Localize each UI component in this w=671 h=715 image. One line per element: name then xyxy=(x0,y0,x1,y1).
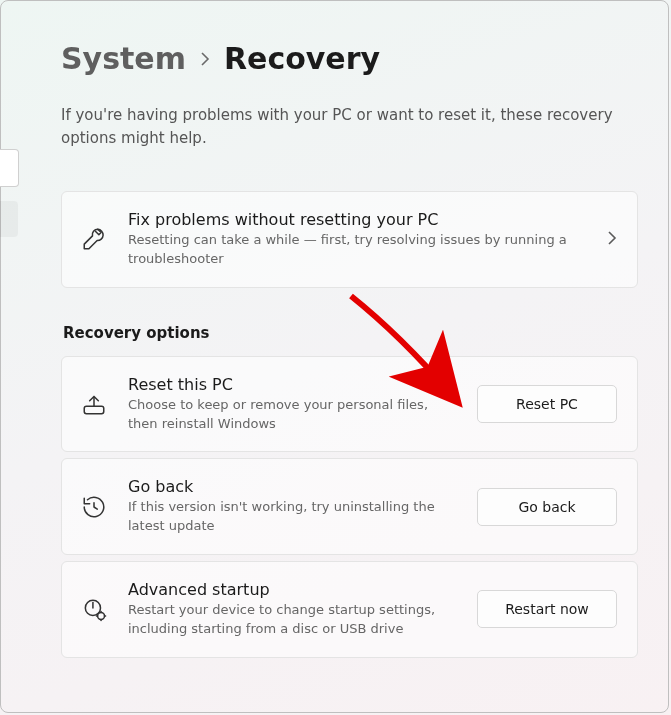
advanced-startup-desc: Restart your device to change startup se… xyxy=(128,601,457,639)
go-back-desc: If this version isn't working, try unins… xyxy=(128,498,457,536)
reset-pc-card: Reset this PC Choose to keep or remove y… xyxy=(61,356,638,453)
go-back-button[interactable]: Go back xyxy=(477,488,617,526)
history-icon xyxy=(80,494,108,520)
fix-problems-desc: Resetting can take a while — first, try … xyxy=(128,231,587,269)
breadcrumb: System Recovery xyxy=(61,41,638,76)
reset-pc-desc: Choose to keep or remove your personal f… xyxy=(128,396,457,434)
recovery-options-heading: Recovery options xyxy=(63,324,638,342)
settings-recovery-page: System Recovery If you're having problem… xyxy=(0,0,669,713)
advanced-startup-card: Advanced startup Restart your device to … xyxy=(61,561,638,658)
fix-problems-card[interactable]: Fix problems without resetting your PC R… xyxy=(61,191,638,288)
edge-stub xyxy=(0,201,18,237)
svg-rect-0 xyxy=(84,406,104,414)
fix-problems-title: Fix problems without resetting your PC xyxy=(128,210,587,229)
svg-point-2 xyxy=(98,613,105,620)
reset-pc-icon xyxy=(80,391,108,417)
intro-text: If you're having problems with your PC o… xyxy=(61,104,621,149)
chevron-right-icon xyxy=(607,230,617,249)
power-gear-icon xyxy=(80,596,108,622)
advanced-startup-title: Advanced startup xyxy=(128,580,457,599)
go-back-title: Go back xyxy=(128,477,457,496)
page-title: Recovery xyxy=(224,41,380,76)
breadcrumb-parent[interactable]: System xyxy=(61,41,186,76)
reset-pc-title: Reset this PC xyxy=(128,375,457,394)
reset-pc-button[interactable]: Reset PC xyxy=(477,385,617,423)
chevron-right-icon xyxy=(200,47,210,71)
wrench-icon xyxy=(80,226,108,252)
go-back-card: Go back If this version isn't working, t… xyxy=(61,458,638,555)
restart-now-button[interactable]: Restart now xyxy=(477,590,617,628)
edge-tab xyxy=(0,149,19,187)
